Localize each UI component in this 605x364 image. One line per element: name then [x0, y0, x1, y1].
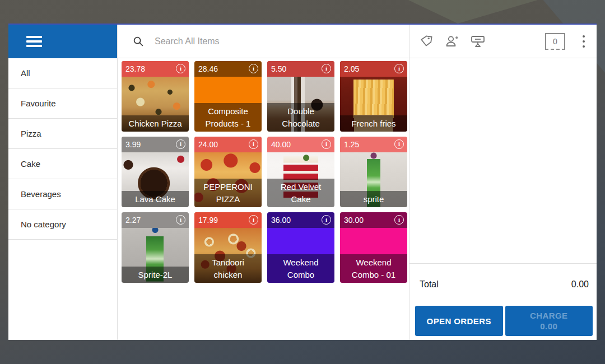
item-price: 2.05 — [344, 64, 359, 73]
category-sidebar: AllFavouritePizzaCakeBeveragesNo categor… — [8, 25, 118, 340]
items-pane: 23.78iChicken Pizza28.46iComposite Produ… — [118, 25, 409, 340]
item-info-icon[interactable]: i — [176, 139, 185, 149]
item-info-icon[interactable]: i — [249, 64, 258, 73]
item-info-icon[interactable]: i — [249, 139, 258, 149]
item-name: sprite — [340, 191, 407, 208]
item-grid: 23.78iChicken Pizza28.46iComposite Produ… — [118, 58, 409, 283]
item-price: 40.00 — [271, 140, 291, 149]
price-tag-icon[interactable] — [418, 33, 435, 50]
open-orders-label: OPEN ORDERS — [427, 316, 491, 326]
item-info-icon[interactable]: i — [322, 139, 331, 149]
item-info-icon[interactable]: i — [322, 215, 331, 225]
hamburger-menu-icon[interactable] — [26, 34, 42, 49]
sidebar-item-cake[interactable]: Cake — [8, 149, 117, 179]
item-name: Lava Cake — [122, 191, 189, 208]
sidebar-item-all[interactable]: All — [8, 58, 117, 88]
add-customer-icon[interactable] — [444, 33, 460, 50]
total-label: Total — [420, 279, 439, 290]
item-info-icon[interactable]: i — [322, 64, 331, 73]
item-price: 17.99 — [198, 216, 218, 225]
item-name: Red Velvet Cake — [267, 179, 334, 207]
item-price: 23.78 — [125, 64, 145, 73]
item-price: 28.46 — [198, 64, 218, 73]
item-name: Sprite-2L — [122, 267, 189, 283]
charge-amount: 0.00 — [540, 321, 557, 332]
item-info-icon[interactable]: i — [176, 215, 185, 225]
item-tile[interactable]: 17.99iTandoori chicken — [194, 212, 262, 283]
customer-display-icon[interactable] — [469, 33, 486, 50]
item-tile[interactable]: 5.50iDouble Chocolate — [267, 61, 334, 132]
item-info-icon[interactable]: i — [394, 64, 404, 73]
item-tile[interactable]: 36.00iWeekend Combo — [267, 212, 334, 283]
item-name: Weekend Combo — [267, 254, 334, 283]
item-name: Weekend Combo - 01 — [340, 254, 407, 283]
search-icon — [132, 35, 145, 48]
search-input[interactable] — [155, 36, 401, 46]
item-price: 3.99 — [125, 140, 141, 149]
sidebar-item-no-category[interactable]: No category — [8, 209, 117, 240]
item-name: French fries — [340, 115, 407, 132]
item-price: 5.50 — [271, 64, 286, 73]
wallpaper-shape — [347, 0, 538, 24]
search-bar — [118, 25, 409, 58]
total-value: 0.00 — [571, 279, 589, 290]
open-orders-button[interactable]: OPEN ORDERS — [415, 306, 503, 336]
charge-label: CHARGE — [530, 310, 567, 321]
item-tile[interactable]: 28.46iComposite Products - 1 — [194, 61, 262, 132]
ticket-pane: 0 Total 0.00 OPEN ORDERS CHARGE 0.00 — [409, 25, 597, 340]
item-tile[interactable]: 3.99iLava Cake — [122, 137, 189, 207]
item-price: 1.25 — [344, 140, 359, 149]
open-tickets-counter[interactable]: 0 — [545, 33, 565, 50]
item-info-icon[interactable]: i — [394, 139, 404, 149]
ticket-footer: Total 0.00 OPEN ORDERS CHARGE 0.00 — [409, 263, 597, 340]
item-name: Double Chocolate — [267, 103, 334, 132]
item-tile[interactable]: 24.00iPEPPERONI PIZZA — [194, 137, 262, 207]
item-info-icon[interactable]: i — [394, 215, 404, 225]
item-info-icon[interactable]: i — [249, 215, 258, 225]
item-price: 30.00 — [344, 216, 364, 225]
kebab-menu-icon[interactable] — [579, 33, 589, 50]
item-tile[interactable]: 23.78iChicken Pizza — [122, 61, 189, 132]
pos-app-window: AllFavouritePizzaCakeBeveragesNo categor… — [8, 24, 597, 340]
item-name: PEPPERONI PIZZA — [194, 179, 262, 207]
open-tickets-count: 0 — [553, 37, 557, 46]
charge-button[interactable]: CHARGE 0.00 — [505, 306, 593, 336]
item-name: Tandoori chicken — [194, 254, 262, 283]
sidebar-item-beverages[interactable]: Beverages — [8, 179, 117, 209]
item-tile[interactable]: 1.25isprite — [340, 137, 407, 207]
category-list: AllFavouritePizzaCakeBeveragesNo categor… — [8, 58, 117, 240]
action-buttons: OPEN ORDERS CHARGE 0.00 — [415, 306, 593, 336]
item-tile[interactable]: 30.00iWeekend Combo - 01 — [340, 212, 407, 283]
item-price: 2.27 — [125, 216, 141, 225]
sidebar-header — [8, 25, 117, 58]
sidebar-item-pizza[interactable]: Pizza — [8, 119, 117, 149]
item-tile[interactable]: 40.00iRed Velvet Cake — [267, 137, 334, 207]
ticket-header: 0 — [409, 25, 597, 58]
item-tile[interactable]: 2.27iSprite-2L — [122, 212, 189, 283]
item-name: Chicken Pizza — [122, 115, 189, 132]
item-price: 24.00 — [198, 140, 218, 149]
item-info-icon[interactable]: i — [176, 64, 185, 73]
total-row: Total 0.00 — [409, 264, 597, 290]
item-name: Composite Products - 1 — [194, 103, 262, 132]
sidebar-item-favourite[interactable]: Favourite — [8, 88, 117, 119]
item-price: 36.00 — [271, 216, 291, 225]
item-tile[interactable]: 2.05iFrench fries — [340, 61, 407, 132]
